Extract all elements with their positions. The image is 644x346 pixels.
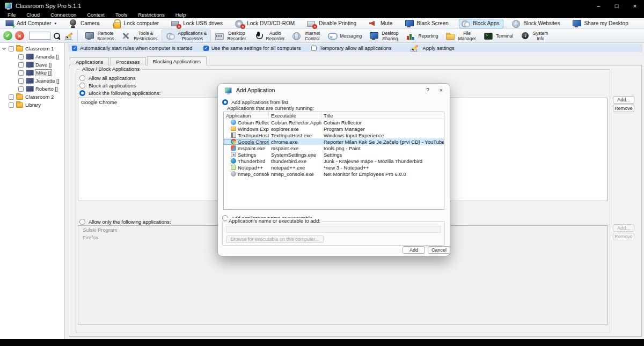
radio-icon[interactable] — [79, 83, 85, 89]
menu-item[interactable]: File — [2, 12, 21, 18]
radio-icon[interactable] — [79, 90, 85, 96]
column-executable[interactable]: Executable — [269, 112, 321, 119]
toolbar-button[interactable]: Blank Screen — [402, 19, 452, 28]
table-row[interactable]: Settings SystemSettings.exe Settings — [224, 151, 444, 158]
monitor-icon — [26, 78, 33, 84]
menu-item[interactable]: Cloud — [21, 12, 45, 18]
radio-icon[interactable] — [79, 75, 85, 81]
edit-icon[interactable] — [64, 32, 74, 40]
tree-checkbox[interactable] — [9, 94, 14, 100]
running-applications-table: Application Executable Title Cobian Refl… — [223, 112, 444, 210]
tree-checkbox[interactable] — [9, 102, 14, 108]
search-input[interactable] — [29, 32, 50, 40]
toolbar-button[interactable]: Tools &Restrictions — [118, 30, 161, 42]
allow-only-radio[interactable]: Allow only the following applications: — [79, 218, 171, 225]
toolbar-button[interactable]: Camera — [67, 19, 104, 28]
toolbar-button[interactable]: Block Websites — [509, 19, 564, 28]
toolbar-button[interactable]: Lock DVD/CD-ROM — [233, 19, 299, 28]
toolbar-button[interactable]: Lock computer — [110, 19, 164, 28]
executable-name: thunderbird.exe — [269, 158, 321, 164]
radio-option[interactable]: Allow all applications — [79, 74, 160, 82]
tree-item[interactable]: Classroom 2 — [0, 93, 64, 101]
rule-checkbox[interactable]: Automatically start rules when computer … — [72, 45, 193, 51]
menu-item[interactable]: Restrictions — [133, 12, 170, 18]
tree-item[interactable]: Amanda [] — [0, 53, 64, 61]
internet-control-icon — [292, 32, 302, 40]
menu-item[interactable]: Tools — [110, 12, 133, 18]
table-row[interactable]: Thunderbird thunderbird.exe Junk - Kraje… — [224, 158, 444, 164]
toolbar-button[interactable]: RemoteScreens — [81, 30, 118, 42]
rule-checkbox[interactable]: Use the same settings for all computers — [203, 45, 301, 51]
toolbar-button[interactable]: Lock USB drives — [169, 19, 227, 28]
toolbar-button[interactable]: Messaging — [324, 30, 365, 42]
menu-item[interactable]: Context — [82, 12, 110, 18]
toolbar-button[interactable]: Applications &Processes — [162, 30, 211, 42]
tree-item[interactable]: Classroom 1 — [0, 45, 64, 53]
menu-item[interactable]: Help — [170, 12, 192, 18]
column-application[interactable]: Application — [224, 112, 269, 119]
blank-screen-icon — [405, 19, 414, 28]
add-from-list-radio[interactable]: Add applications from list — [222, 98, 288, 106]
close-button[interactable]: × — [626, 0, 644, 11]
checkbox-icon[interactable] — [72, 46, 77, 51]
tree-checkbox[interactable] — [9, 46, 14, 51]
menu-item[interactable]: Connection — [45, 12, 82, 18]
expander-icon[interactable] — [2, 46, 6, 51]
toolbar-button[interactable]: Mute — [367, 19, 397, 28]
remove-blocked-button[interactable]: Remove — [613, 105, 634, 112]
remove-allowed-button: Remove — [613, 233, 634, 240]
titlebar: Classroom Spy Pro 5.1.1 – □ × — [0, 0, 644, 11]
radio-icon[interactable] — [222, 99, 228, 105]
radio-option[interactable]: Block all applications — [79, 82, 160, 89]
tab[interactable]: Processes — [110, 57, 145, 65]
dialog-close-button[interactable]: × — [436, 86, 446, 94]
rule-checkbox[interactable]: Temporary allow all applications — [311, 45, 391, 51]
toolbar-button[interactable]: Disable Printing — [305, 19, 361, 28]
checkbox-icon[interactable] — [203, 46, 209, 51]
toolbar-button[interactable]: Add Computer — [3, 19, 61, 28]
toolbar-button[interactable]: DesktopSharing — [365, 30, 402, 42]
tree-item[interactable]: Library — [0, 101, 64, 109]
tree-item[interactable]: Dave [] — [0, 61, 64, 69]
table-row[interactable]: nmep_console.exe nmep_console.exe Net Mo… — [224, 171, 444, 177]
tab[interactable]: Applications — [70, 57, 109, 65]
dialog-add-button[interactable]: Add — [402, 246, 425, 254]
tree-item[interactable]: Roberto [] — [0, 85, 64, 93]
toolbar-button[interactable]: Block Apps — [459, 19, 503, 28]
dialog-help-button[interactable]: ? — [423, 86, 433, 94]
dialog-cancel-button[interactable]: Cancel — [428, 246, 450, 254]
tab[interactable]: Blocking Applications — [147, 56, 207, 65]
checkbox-icon[interactable] — [311, 46, 317, 51]
toolbar-button[interactable]: Reporting — [402, 30, 442, 42]
maximize-button[interactable]: □ — [608, 0, 626, 11]
application-name: Notepad++ — [238, 165, 263, 171]
toolbar-button[interactable]: Share my Desktop — [570, 19, 632, 28]
tree-checkbox[interactable] — [18, 54, 24, 60]
toolbar-button[interactable]: Terminal — [480, 30, 517, 42]
apply-settings-button[interactable]: Apply settings — [410, 44, 455, 53]
table-row[interactable]: Google Chrome chrome.exe Reporter Milan … — [224, 138, 444, 145]
tree-checkbox[interactable] — [18, 78, 24, 84]
tree-checkbox[interactable] — [18, 62, 24, 68]
toolbar-button[interactable]: SystemInfo — [517, 30, 552, 42]
radio-icon[interactable] — [79, 219, 85, 225]
add-blocked-button[interactable]: Add... — [613, 96, 634, 104]
table-row[interactable]: TextInputHost.exe TextInputHost.exe Wind… — [224, 132, 444, 138]
toolbar-button[interactable]: FileManager — [442, 30, 480, 42]
toolbar-button[interactable]: InternetControl — [288, 30, 324, 42]
tree-item[interactable]: Mike [] — [0, 69, 64, 77]
radio-option[interactable]: Block the following applications: — [79, 89, 160, 97]
table-row[interactable]: Notepad++ notepad++.exe *new 3 - Notepad… — [224, 164, 444, 171]
apply-pencil-icon — [410, 44, 421, 53]
tree-checkbox[interactable] — [18, 86, 24, 92]
toolbar-button[interactable]: DesktopRecorder — [211, 30, 250, 42]
toolbar-button[interactable]: AudioRecorder — [250, 30, 288, 42]
table-row[interactable]: Windows Explorer explorer.exe Program Ma… — [224, 126, 444, 132]
tree-item[interactable]: Jeanette [] — [0, 77, 64, 85]
table-row[interactable]: mspaint.exe mspaint.exe tools.png - Pain… — [224, 145, 444, 151]
column-title[interactable]: Title — [321, 112, 444, 119]
tree-checkbox[interactable] — [18, 70, 24, 76]
minimize-button[interactable]: – — [589, 0, 608, 11]
table-row[interactable]: Cobian Reflector Cobian.Reflector.Applic… — [224, 119, 444, 126]
search-icon[interactable] — [53, 32, 61, 40]
